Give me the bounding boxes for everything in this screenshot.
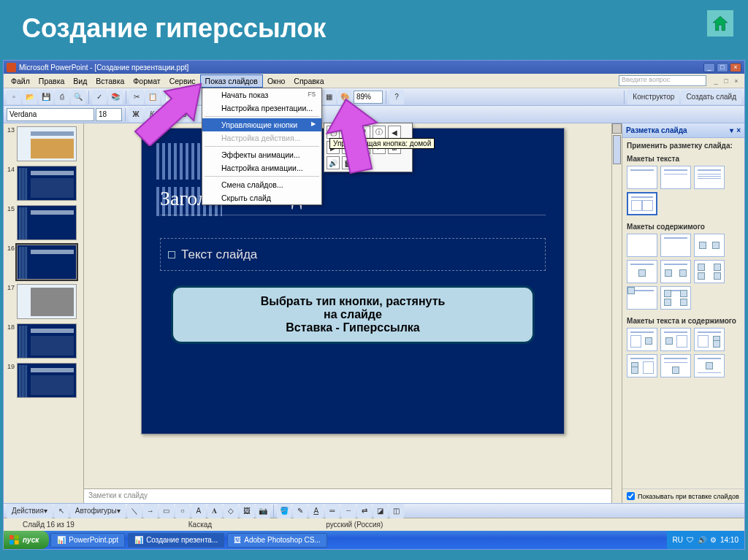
taskbar-item[interactable]: 📊 Создание презента... xyxy=(128,533,224,548)
menu-help[interactable]: Справка xyxy=(289,75,328,87)
menu-insert[interactable]: Вставка xyxy=(91,75,129,87)
layout-item[interactable] xyxy=(627,192,657,215)
layout-item[interactable] xyxy=(694,328,725,351)
tray-icon[interactable]: ⚙ xyxy=(710,536,717,544)
font-combo[interactable]: Verdana xyxy=(7,108,94,121)
dd-action-buttons[interactable]: Управляющие кнопки▶ xyxy=(202,118,321,131)
dd-slide-transition[interactable]: Смена слайдов... xyxy=(202,178,321,191)
home-icon[interactable] xyxy=(707,10,733,37)
arrow-style-icon[interactable]: ⇄ xyxy=(357,504,372,518)
textbox-icon[interactable]: A xyxy=(191,504,206,518)
3d-style-icon[interactable]: ◫ xyxy=(389,504,404,518)
layout-item[interactable] xyxy=(627,286,657,310)
layout-item[interactable] xyxy=(660,328,691,351)
system-tray[interactable]: RU 🛡 🔊 ⚙ 14:10 xyxy=(667,531,744,549)
line-color-icon[interactable]: ✎ xyxy=(293,504,308,518)
oval-icon[interactable]: ○ xyxy=(175,504,190,518)
window-title: Microsoft PowerPoint - [Создание презент… xyxy=(19,64,188,72)
autoshapes-menu[interactable]: Автофигуры ▾ xyxy=(70,504,126,518)
notes-pane[interactable]: Заметки к слайду xyxy=(84,488,622,503)
rect-icon[interactable]: ▭ xyxy=(159,504,174,518)
shadow-style-icon[interactable]: ◪ xyxy=(373,504,388,518)
task-dropdown-icon[interactable]: ▾ xyxy=(730,126,733,134)
thumb-14[interactable]: 14 xyxy=(5,166,82,201)
spell-icon[interactable]: ✓ xyxy=(92,90,107,104)
save-icon[interactable]: 💾 xyxy=(39,90,53,104)
diagram-icon[interactable]: ◇ xyxy=(224,504,238,518)
layout-item[interactable] xyxy=(660,286,691,310)
action-btn-back[interactable]: ◀ xyxy=(388,126,401,139)
layout-item[interactable] xyxy=(627,166,657,189)
clipart-icon[interactable]: 🖼 xyxy=(240,504,254,518)
new-icon[interactable]: ▫ xyxy=(7,90,21,104)
taskbar-item[interactable]: 📊 PowerPoint.ppt xyxy=(50,533,125,548)
menu-edit[interactable]: Правка xyxy=(34,75,69,87)
picture-icon[interactable]: 📷 xyxy=(256,504,270,518)
tray-lang[interactable]: RU xyxy=(673,536,683,544)
section-text-layouts: Макеты текста xyxy=(622,153,744,163)
line-icon[interactable]: ＼ xyxy=(127,504,142,518)
actions-menu[interactable]: Действия ▾ xyxy=(7,504,53,518)
thumb-13[interactable]: 13 xyxy=(5,126,82,161)
open-icon[interactable]: 📂 xyxy=(23,90,37,104)
thumb-15[interactable]: 15 xyxy=(5,205,82,240)
dd-anim-setup[interactable]: Настройка анимации... xyxy=(202,161,321,174)
task-close-icon[interactable]: × xyxy=(736,126,741,134)
vertical-scrollbar[interactable] xyxy=(611,123,622,503)
menu-file[interactable]: Файл xyxy=(7,75,34,87)
tray-icon[interactable]: 🛡 xyxy=(687,536,694,544)
wordart-icon[interactable]: 𝐀 xyxy=(207,504,222,518)
tray-icon[interactable]: 🔊 xyxy=(698,536,706,544)
dd-hide-slide[interactable]: Скрыть слайд xyxy=(202,191,321,204)
close-button[interactable]: × xyxy=(730,63,741,72)
doc-close[interactable]: × xyxy=(731,76,741,86)
menu-view[interactable]: Вид xyxy=(69,75,91,87)
doc-restore[interactable]: □ xyxy=(721,76,731,86)
help-search-input[interactable]: Введите вопрос xyxy=(619,75,706,86)
layout-item[interactable] xyxy=(660,354,691,377)
dd-setup-show[interactable]: Настройка презентации... xyxy=(202,101,321,115)
layout-item[interactable] xyxy=(694,234,725,257)
help2-icon[interactable]: ? xyxy=(389,90,404,104)
layout-item[interactable] xyxy=(694,166,725,189)
layout-item[interactable] xyxy=(694,260,725,283)
print-icon[interactable]: ⎙ xyxy=(55,90,69,104)
arrow-icon[interactable]: → xyxy=(143,504,158,518)
tray-clock[interactable]: 14:10 xyxy=(720,536,739,544)
new-slide-button[interactable]: Создать слайд xyxy=(681,90,741,104)
menu-window[interactable]: Окно xyxy=(263,75,289,87)
window-titlebar[interactable]: Microsoft PowerPoint - [Создание презент… xyxy=(4,61,744,74)
select-icon[interactable]: ↖ xyxy=(54,504,69,518)
maximize-button[interactable]: □ xyxy=(717,63,728,72)
font-size-combo[interactable]: 18 xyxy=(96,108,122,121)
dd-start-show[interactable]: Начать показF5 xyxy=(202,88,321,101)
thumb-18[interactable]: 18 xyxy=(5,323,82,358)
task-pane-header[interactable]: Разметка слайда▾× xyxy=(622,123,744,138)
layout-item[interactable] xyxy=(694,354,725,377)
layout-item[interactable] xyxy=(627,328,657,351)
start-button[interactable]: пуск xyxy=(4,531,49,549)
layout-item[interactable] xyxy=(660,166,691,189)
slide-body-placeholder[interactable]: Текст слайда xyxy=(160,238,546,271)
taskbar-item[interactable]: 🖼 Adobe Photoshop CS... xyxy=(227,533,327,548)
research-icon[interactable]: 📚 xyxy=(108,90,123,104)
layout-item[interactable] xyxy=(627,234,657,257)
layout-item[interactable] xyxy=(627,354,657,377)
layout-item[interactable] xyxy=(627,260,657,283)
doc-minimize[interactable]: _ xyxy=(711,76,721,86)
thumb-17[interactable]: 17 xyxy=(5,284,82,319)
status-lang: русский (Россия) xyxy=(313,521,396,529)
thumb-16[interactable]: 16 xyxy=(5,245,82,280)
thumb-19[interactable]: 19 xyxy=(5,363,82,398)
layout-item[interactable] xyxy=(660,234,691,257)
fill-color-icon[interactable]: 🪣 xyxy=(277,504,291,518)
constructor-button[interactable]: Конструктор xyxy=(627,90,679,104)
layout-item[interactable] xyxy=(660,260,691,283)
dd-anim-effects[interactable]: Эффекты анимации... xyxy=(202,148,321,161)
preview-icon[interactable]: 🔍 xyxy=(71,90,85,104)
font-color-icon[interactable]: A xyxy=(309,504,324,518)
show-on-insert-checkbox[interactable] xyxy=(627,492,635,500)
dash-style-icon[interactable]: ┄ xyxy=(341,504,356,518)
line-style-icon[interactable]: ═ xyxy=(325,504,340,518)
minimize-button[interactable]: _ xyxy=(703,63,715,72)
